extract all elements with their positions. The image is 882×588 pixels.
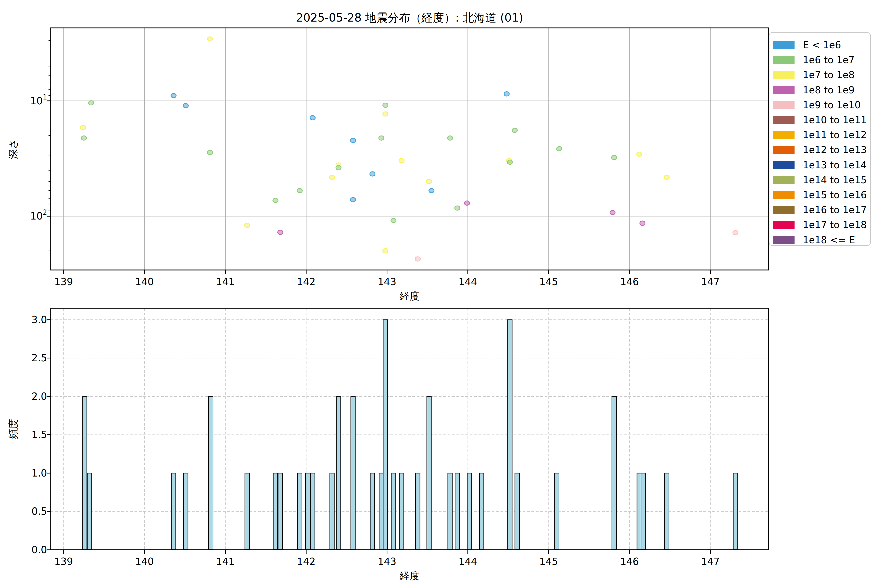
histogram-bar [391, 473, 396, 550]
legend-label: E < 1e6 [803, 39, 841, 51]
scatter-point [512, 128, 517, 132]
x-tick-label: 147 [701, 276, 720, 287]
scatter-point [504, 92, 509, 96]
scatter-point [612, 155, 616, 160]
x-tick-label: 145 [539, 276, 558, 287]
histogram-bar [612, 396, 616, 550]
legend-swatch [773, 116, 795, 124]
scatter-point [330, 175, 334, 180]
legend-swatch [773, 221, 795, 229]
scatter-point [88, 101, 94, 105]
x-tick-label: 146 [620, 556, 639, 567]
histogram-bar [351, 396, 355, 550]
legend-swatch [773, 176, 795, 184]
y-tick-label: 2.5 [32, 352, 47, 364]
legend-label: 1e7 to 1e8 [803, 69, 855, 80]
histogram-bar [87, 473, 92, 550]
histogram-bar [330, 473, 334, 550]
scatter-point [379, 136, 384, 140]
x-tick-label: 142 [297, 556, 315, 567]
scatter-point [399, 159, 404, 163]
histogram-bar [306, 473, 310, 550]
energy-legend: E < 1e61e6 to 1e71e7 to 1e81e8 to 1e91e9… [769, 33, 870, 246]
scatter-point [244, 223, 250, 228]
scatter-yaxis-label: 深さ [8, 139, 19, 159]
scatter-tick-labels: 139140141142143144145146147101102 [30, 93, 720, 287]
histogram-bar [278, 473, 282, 550]
legend-swatch [773, 146, 795, 154]
x-tick-label: 147 [701, 556, 720, 567]
scatter-point [81, 136, 87, 140]
legend-swatch [773, 131, 795, 139]
y-tick-label: 0.0 [32, 544, 47, 555]
histogram-bar [208, 396, 213, 550]
y-tick-label: 101 [30, 93, 47, 106]
histogram-bar [297, 473, 302, 550]
histogram-xaxis-label: 経度 [399, 570, 420, 582]
legend-label: 1e10 to 1e11 [803, 114, 867, 126]
histogram-bar [399, 473, 404, 550]
scatter-xaxis-label: 経度 [399, 290, 420, 302]
histogram-bar [664, 473, 669, 550]
scatter-point [426, 179, 432, 184]
scatter-point [183, 104, 188, 108]
chart-title: 2025-05-28 地震分布（経度）: 北海道 (01) [296, 11, 523, 24]
scatter-point [171, 93, 176, 98]
histogram-bar [336, 396, 341, 550]
scatter-point [447, 136, 453, 140]
legend-swatch [773, 191, 795, 199]
x-tick-label: 140 [135, 276, 154, 287]
histogram-yaxis-label: 頻度 [8, 419, 19, 439]
x-tick-label: 143 [378, 276, 396, 287]
legend-label: 1e8 to 1e9 [803, 84, 855, 96]
histogram-bar [641, 473, 645, 550]
figure-canvas: 2025-05-28 地震分布（経度）: 北海道 (01) 1391401411… [0, 0, 882, 588]
legend-label: 1e6 to 1e7 [803, 54, 855, 65]
scatter-point [556, 147, 562, 151]
histogram-plot-border [51, 308, 769, 550]
scatter-points [80, 37, 738, 261]
scatter-point [637, 152, 642, 156]
scatter-point [733, 231, 738, 235]
y-tick-label: 3.0 [32, 314, 47, 326]
histogram-bar [508, 320, 512, 550]
histogram-axes [47, 308, 769, 554]
scatter-point [207, 150, 213, 154]
histogram-bar [554, 473, 559, 550]
y-tick-label: 102 [30, 208, 47, 222]
scatter-point [80, 125, 86, 130]
scatter-point [351, 138, 356, 142]
legend-swatch [773, 86, 795, 94]
x-tick-label: 139 [54, 276, 73, 287]
legend-swatch [773, 161, 795, 169]
scatter-point [465, 201, 470, 205]
legend-swatch [773, 41, 795, 49]
scatter-plot-border [51, 28, 769, 270]
x-tick-label: 139 [54, 556, 73, 567]
legend-swatch [773, 101, 795, 109]
scatter-point [429, 188, 434, 193]
legend-label: 1e18 <= E [803, 234, 855, 246]
legend-label: 1e15 to 1e16 [803, 189, 867, 200]
legend-label: 1e17 to 1e18 [803, 219, 867, 230]
histogram-bar [310, 473, 315, 550]
scatter-point [297, 188, 302, 193]
scatter-point [610, 210, 615, 214]
histogram-gridlines [51, 308, 769, 550]
histogram-bar [455, 473, 460, 550]
histogram-bar [448, 473, 452, 550]
legend-label: 1e11 to 1e12 [803, 129, 867, 140]
scatter-gridlines [51, 28, 769, 270]
x-tick-label: 144 [458, 556, 477, 567]
histogram-bar [383, 320, 388, 550]
x-tick-label: 143 [378, 556, 396, 567]
histogram-bar [82, 396, 87, 550]
legend-label: 1e13 to 1e14 [803, 159, 867, 171]
scatter-point [207, 37, 213, 41]
legend-label: 1e16 to 1e17 [803, 204, 867, 215]
scatter-point [664, 175, 669, 180]
earthquake-figure: 2025-05-28 地震分布（経度）: 北海道 (01) 1391401411… [0, 0, 882, 588]
y-tick-label: 1.5 [32, 429, 47, 440]
histogram-bar [370, 473, 375, 550]
legend-swatch [773, 71, 795, 79]
